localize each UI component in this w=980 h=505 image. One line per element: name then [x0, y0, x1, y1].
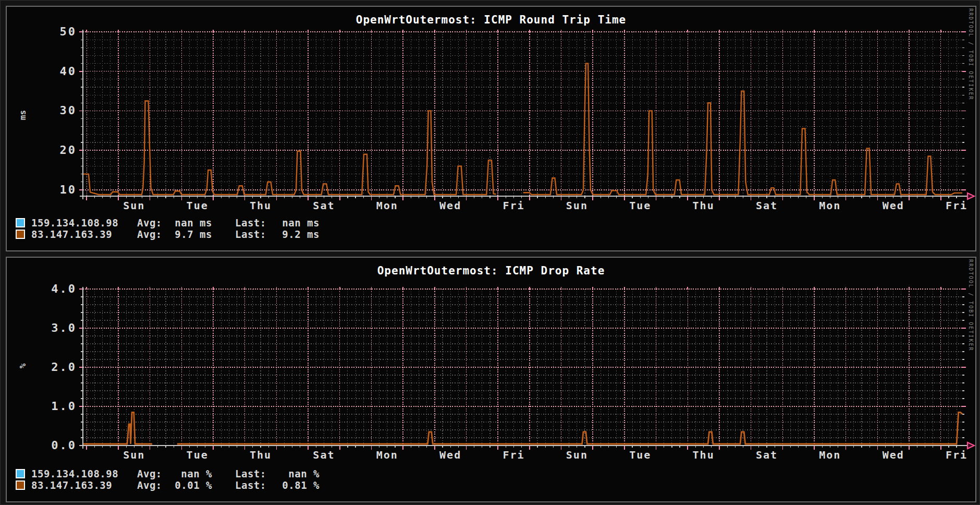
svg-text:40: 40: [60, 65, 77, 78]
x-axis-day-label: Sat: [313, 449, 335, 460]
x-axis-day-label: Sun: [123, 199, 145, 209]
avg-label: Avg:: [137, 468, 167, 479]
rrdtool-branding: RRDTOOL / TOBI OETIKER: [968, 8, 974, 100]
x-axis-day-label: Thu: [250, 449, 272, 460]
series-label: 159.134.108.98: [31, 217, 137, 229]
x-axis-day-label: Fri: [946, 449, 967, 460]
avg-value: nan %: [167, 468, 212, 479]
x-axis-day-label: Sun: [566, 449, 588, 460]
svg-text:2.0: 2.0: [51, 360, 77, 374]
series-label: 83.147.163.39: [31, 479, 137, 491]
x-axis-day-label: Sat: [756, 449, 778, 460]
svg-text:20: 20: [60, 143, 77, 157]
svg-text:50: 50: [60, 26, 77, 38]
x-axis-day-label: Tue: [629, 199, 651, 209]
drop-rate-chart-plot: 0.01.02.03.04.0SunTueThuSatMonWedFriSunT…: [7, 276, 975, 460]
x-axis-day-label: Sat: [313, 199, 335, 209]
svg-text:10: 10: [60, 183, 77, 196]
x-axis-day-label: Fri: [503, 199, 524, 209]
x-axis-day-label: Mon: [376, 199, 398, 209]
x-axis-day-label: Wed: [439, 199, 461, 209]
avg-value: 0.01 %: [167, 479, 212, 491]
x-axis-day-label: Tue: [187, 199, 209, 209]
avg-label: Avg:: [137, 229, 167, 240]
x-axis-day-label: Thu: [250, 199, 272, 209]
last-value: 0.81 %: [272, 479, 320, 491]
x-axis-day-label: Mon: [819, 199, 841, 209]
last-value: 9.2 ms: [272, 229, 320, 240]
x-axis-day-label: Tue: [629, 449, 651, 460]
svg-text:1.0: 1.0: [51, 400, 77, 413]
rtt-legend: 159.134.108.98Avg:nan msLast:nan ms83.14…: [16, 217, 320, 240]
series-color-swatch: [16, 469, 25, 478]
x-axis-day-label: Wed: [883, 449, 904, 460]
series-label: 159.134.108.98: [31, 468, 137, 479]
rtt-graph-panel: OpenWrtOutermost: ICMP Round Trip Time m…: [6, 6, 976, 251]
x-axis-day-label: Wed: [439, 449, 461, 460]
x-axis-day-label: Thu: [693, 199, 715, 209]
series-color-swatch: [16, 480, 25, 490]
x-axis-day-label: Wed: [883, 199, 904, 209]
legend-row: 159.134.108.98Avg:nan msLast:nan ms: [16, 217, 320, 229]
x-axis-day-label: Tue: [187, 449, 209, 460]
drop-rate-chart-title: OpenWrtOutermost: ICMP Drop Rate: [7, 264, 975, 277]
rtt-chart-title: OpenWrtOutermost: ICMP Round Trip Time: [7, 14, 975, 26]
drop-rate-legend: 159.134.108.98Avg:nan %Last:nan %83.147.…: [16, 468, 320, 491]
svg-text:3.0: 3.0: [51, 321, 77, 334]
series-color-swatch: [16, 230, 25, 239]
legend-row: 83.147.163.39Avg:9.7 msLast:9.2 ms: [16, 229, 320, 240]
avg-label: Avg:: [137, 479, 167, 491]
last-value: nan %: [272, 468, 320, 479]
drop-rate-graph-panel: OpenWrtOutermost: ICMP Drop Rate % 0.01.…: [6, 257, 976, 502]
x-axis-day-label: Fri: [946, 199, 967, 209]
x-axis-day-label: Sun: [566, 199, 588, 209]
svg-text:30: 30: [60, 104, 77, 117]
legend-row: 83.147.163.39Avg:0.01 %Last:0.81 %: [16, 479, 320, 491]
svg-text:0.0: 0.0: [51, 439, 77, 452]
avg-value: nan ms: [167, 217, 212, 229]
last-label: Last:: [235, 229, 272, 240]
x-axis-day-label: Mon: [819, 449, 841, 460]
legend-row: 159.134.108.98Avg:nan %Last:nan %: [16, 468, 320, 479]
avg-label: Avg:: [137, 217, 167, 229]
x-axis-day-label: Fri: [503, 449, 524, 460]
last-value: nan ms: [272, 217, 320, 229]
avg-value: 9.7 ms: [167, 229, 212, 240]
last-label: Last:: [235, 479, 272, 491]
x-axis-day-label: Sun: [123, 449, 145, 460]
series-label: 83.147.163.39: [31, 229, 137, 240]
series-color-swatch: [16, 218, 25, 227]
last-label: Last:: [235, 217, 272, 229]
rrdtool-branding: RRDTOOL / TOBI OETIKER: [968, 259, 974, 351]
rtt-chart-plot: 1020304050SunTueThuSatMonWedFriSunTueThu…: [7, 26, 975, 209]
x-axis-day-label: Sat: [756, 199, 778, 209]
rrdtool-graphs-page: OpenWrtOutermost: ICMP Round Trip Time m…: [0, 0, 980, 505]
x-axis-day-label: Thu: [693, 449, 715, 460]
x-axis-day-label: Mon: [376, 449, 398, 460]
last-label: Last:: [235, 468, 272, 479]
svg-text:4.0: 4.0: [51, 282, 77, 295]
